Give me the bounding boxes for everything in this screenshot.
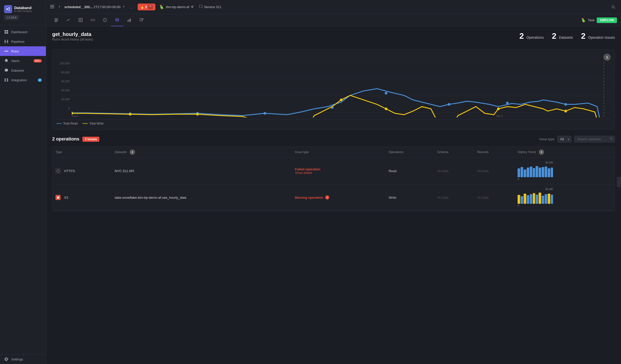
external-link-icon[interactable] — [191, 5, 194, 9]
svg-rect-44 — [140, 18, 142, 21]
issue-type-filter[interactable]: All — [557, 136, 571, 143]
svg-point-16 — [7, 51, 8, 52]
mini-chart-2: 30.43K — [518, 188, 553, 207]
tab-chart[interactable] — [123, 14, 135, 26]
type-label-s3: S3 — [64, 196, 68, 199]
sidebar-item-datasets[interactable]: Datasets — [0, 66, 46, 75]
svg-point-65 — [340, 98, 343, 101]
task-button[interactable]: 🦜 Task — [581, 18, 595, 23]
cell-records-2: No Data — [474, 184, 515, 211]
issues-badge: 2 issues — [82, 137, 99, 142]
show-details-link[interactable]: Show details — [295, 171, 383, 175]
cell-dataset-2: data-snowflake.ibm-bp-demo-af.raw_hourly… — [112, 184, 292, 211]
sidebar-item-runs[interactable]: Runs — [0, 46, 46, 56]
svg-line-71 — [612, 139, 613, 140]
sidebar-item-pipelines[interactable]: Pipelines — [0, 37, 46, 46]
tab-external[interactable] — [135, 14, 148, 26]
tab-data[interactable] — [111, 14, 123, 26]
chart-bottom-value-2: 0 — [518, 204, 519, 207]
col-schema: Schema — [434, 147, 474, 158]
svg-rect-42 — [129, 19, 130, 22]
sidebar-item-label: Alerts — [11, 59, 20, 63]
records-no-data-1: No Data — [477, 169, 488, 173]
bar — [521, 167, 523, 177]
issue-type-select[interactable]: All — [557, 136, 571, 143]
tab-table[interactable] — [75, 14, 87, 26]
alert-badge[interactable]: 🔥 2 ⌃ — [138, 4, 155, 10]
section-header: get_hourly_data Run's record history (al… — [52, 31, 93, 41]
forward-button[interactable] — [122, 5, 126, 9]
ops-header: 2 operations 2 issues Issue type All — [52, 136, 615, 143]
mini-chart-top-1: 30.43K — [518, 161, 553, 164]
project-name: ibm-bp-demo-af — [166, 5, 189, 9]
sidebar-item-settings[interactable]: Settings — [0, 354, 46, 364]
runs-icon — [4, 49, 9, 53]
logo-sub: an IBM Company — [14, 10, 32, 12]
schema-no-data-1: No Data — [437, 169, 448, 173]
chart-area: 100,000 80,000 60,000 40,000 20,000 0 — [57, 62, 611, 117]
sidebar-item-integration[interactable]: Integration 2 — [0, 75, 46, 85]
sidebar-nav: Dashboard Pipelines — [0, 25, 46, 354]
grid-icon — [4, 30, 9, 34]
op-issues-label: Operation Issues — [588, 35, 615, 39]
tab-info[interactable] — [99, 14, 111, 26]
cell-schema-2: No Data — [434, 184, 474, 211]
bar — [518, 168, 520, 177]
sidebar-item-label: Integration — [11, 78, 27, 82]
dataset-name-1: NYC 311 API — [115, 169, 134, 173]
alert-count: 2 — [145, 5, 147, 9]
bar — [551, 195, 553, 204]
bar — [524, 194, 526, 204]
cell-type-https: HTTPS — [52, 158, 112, 184]
hamburger-icon[interactable] — [50, 5, 54, 9]
dataset-name-2: data-snowflake.ibm-bp-demo-af.raw_hourly… — [115, 196, 187, 199]
gear-icon — [4, 357, 9, 361]
x-label-jun2: Jun 2 — [496, 114, 503, 117]
topbar-breadcrumb: scheduled__202... 2T17:00:00+00:00 — [64, 5, 126, 9]
search-datasets-input[interactable] — [574, 136, 615, 143]
more-button[interactable]: ... — [129, 5, 134, 9]
legend-line-yellow — [83, 123, 88, 124]
svg-rect-6 — [7, 32, 8, 34]
legend-total-read: Total Read — [57, 122, 78, 125]
col-datasets: Datasets 2 — [112, 147, 292, 158]
info-icon[interactable]: i — [325, 195, 329, 199]
y-label-40k: 40,000 — [57, 89, 72, 92]
svg-point-58 — [448, 103, 450, 106]
sidebar-item-dashboard[interactable]: Dashboard — [0, 27, 46, 37]
filter-label: Issue type — [539, 137, 554, 141]
failed-operation-label[interactable]: Failed operation — [295, 167, 383, 171]
x-label-jun1: Jun 1 — [72, 114, 79, 117]
bar — [527, 195, 529, 204]
bar — [545, 167, 547, 177]
tab-trend[interactable] — [62, 14, 75, 26]
svg-point-11 — [7, 40, 8, 41]
back-button[interactable] — [57, 5, 61, 9]
svg-point-13 — [7, 42, 8, 43]
sidebar-item-label: Pipelines — [11, 40, 25, 44]
chart-bottom-value-1: 0 — [518, 178, 519, 180]
section-subtitle: Run's record history (all tasks) — [52, 38, 93, 41]
tab-code[interactable] — [87, 14, 99, 26]
bar — [545, 194, 547, 204]
search-icon[interactable] — [610, 4, 617, 11]
cell-chart-1: 30.43K — [515, 158, 615, 184]
svg-rect-43 — [130, 18, 131, 22]
dataset-icon — [4, 68, 9, 73]
svg-point-12 — [5, 42, 6, 43]
svg-rect-4 — [7, 30, 8, 32]
mini-chart-1: 30.43K — [518, 161, 553, 180]
mini-chart-top-2: 30.43K — [518, 188, 553, 191]
tab-list[interactable] — [50, 14, 62, 26]
service-name: Service 311 — [204, 5, 222, 9]
airflow-button[interactable]: AIRFLOW — [597, 17, 617, 23]
svg-point-66 — [385, 108, 388, 110]
svg-rect-24 — [50, 8, 54, 8]
svg-line-36 — [92, 19, 93, 21]
svg-rect-21 — [7, 80, 8, 82]
sidebar-item-label: Settings — [11, 357, 23, 361]
sidebar-item-alerts[interactable]: Alerts 999+ — [0, 56, 46, 66]
cell-issue-2: Missing operation i — [292, 184, 386, 211]
operations-table: Type Datasets 2 Issue type Operations — [52, 147, 615, 211]
side-panel-toggle[interactable]: › — [617, 177, 621, 187]
